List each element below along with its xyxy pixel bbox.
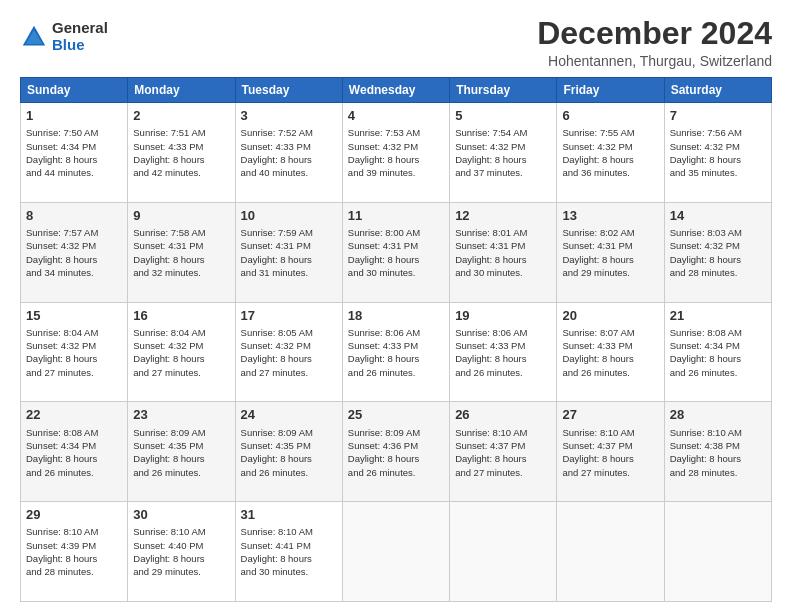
calendar-cell bbox=[450, 502, 557, 602]
day-detail: Sunset: 4:41 PM bbox=[241, 539, 337, 552]
day-detail: Sunrise: 7:55 AM bbox=[562, 126, 658, 139]
title-block: December 2024 Hohentannen, Thurgau, Swit… bbox=[537, 16, 772, 69]
day-number: 2 bbox=[133, 107, 229, 125]
calendar-week-row: 8Sunrise: 7:57 AMSunset: 4:32 PMDaylight… bbox=[21, 202, 772, 302]
calendar-cell: 6Sunrise: 7:55 AMSunset: 4:32 PMDaylight… bbox=[557, 103, 664, 203]
calendar-cell: 18Sunrise: 8:06 AMSunset: 4:33 PMDayligh… bbox=[342, 302, 449, 402]
day-detail: Daylight: 8 hours bbox=[26, 153, 122, 166]
day-number: 30 bbox=[133, 506, 229, 524]
day-detail: Sunrise: 8:08 AM bbox=[670, 326, 766, 339]
day-detail: Daylight: 8 hours bbox=[455, 153, 551, 166]
calendar-cell: 29Sunrise: 8:10 AMSunset: 4:39 PMDayligh… bbox=[21, 502, 128, 602]
day-detail: Sunrise: 8:04 AM bbox=[133, 326, 229, 339]
day-detail: and 26 minutes. bbox=[241, 466, 337, 479]
day-detail: Daylight: 8 hours bbox=[348, 352, 444, 365]
day-number: 9 bbox=[133, 207, 229, 225]
day-number: 21 bbox=[670, 307, 766, 325]
day-detail: and 29 minutes. bbox=[133, 565, 229, 578]
day-number: 29 bbox=[26, 506, 122, 524]
header: General Blue December 2024 Hohentannen, … bbox=[20, 16, 772, 69]
day-detail: Sunset: 4:35 PM bbox=[241, 439, 337, 452]
day-detail: Sunrise: 8:05 AM bbox=[241, 326, 337, 339]
day-detail: and 31 minutes. bbox=[241, 266, 337, 279]
day-detail: Sunrise: 8:08 AM bbox=[26, 426, 122, 439]
calendar-cell: 23Sunrise: 8:09 AMSunset: 4:35 PMDayligh… bbox=[128, 402, 235, 502]
day-detail: and 27 minutes. bbox=[133, 366, 229, 379]
day-detail: Daylight: 8 hours bbox=[348, 452, 444, 465]
subtitle: Hohentannen, Thurgau, Switzerland bbox=[537, 53, 772, 69]
calendar-cell: 17Sunrise: 8:05 AMSunset: 4:32 PMDayligh… bbox=[235, 302, 342, 402]
day-detail: Sunset: 4:35 PM bbox=[133, 439, 229, 452]
day-number: 26 bbox=[455, 406, 551, 424]
calendar-cell: 1Sunrise: 7:50 AMSunset: 4:34 PMDaylight… bbox=[21, 103, 128, 203]
day-detail: Daylight: 8 hours bbox=[670, 253, 766, 266]
day-detail: Sunrise: 8:02 AM bbox=[562, 226, 658, 239]
day-detail: and 26 minutes. bbox=[26, 466, 122, 479]
page: General Blue December 2024 Hohentannen, … bbox=[0, 0, 792, 612]
day-detail: and 30 minutes. bbox=[348, 266, 444, 279]
day-detail: Daylight: 8 hours bbox=[133, 452, 229, 465]
day-detail: Daylight: 8 hours bbox=[241, 452, 337, 465]
day-detail: Sunset: 4:33 PM bbox=[455, 339, 551, 352]
calendar-week-row: 15Sunrise: 8:04 AMSunset: 4:32 PMDayligh… bbox=[21, 302, 772, 402]
day-detail: Sunrise: 7:54 AM bbox=[455, 126, 551, 139]
day-detail: Sunrise: 7:52 AM bbox=[241, 126, 337, 139]
day-detail: Daylight: 8 hours bbox=[133, 352, 229, 365]
calendar-cell: 11Sunrise: 8:00 AMSunset: 4:31 PMDayligh… bbox=[342, 202, 449, 302]
day-detail: Daylight: 8 hours bbox=[562, 253, 658, 266]
logo-blue: Blue bbox=[52, 37, 108, 54]
calendar-cell: 30Sunrise: 8:10 AMSunset: 4:40 PMDayligh… bbox=[128, 502, 235, 602]
calendar-cell: 25Sunrise: 8:09 AMSunset: 4:36 PMDayligh… bbox=[342, 402, 449, 502]
day-number: 28 bbox=[670, 406, 766, 424]
day-number: 3 bbox=[241, 107, 337, 125]
calendar-table: SundayMondayTuesdayWednesdayThursdayFrid… bbox=[20, 77, 772, 602]
day-detail: Daylight: 8 hours bbox=[241, 352, 337, 365]
logo-icon bbox=[20, 23, 48, 51]
day-detail: and 28 minutes. bbox=[26, 565, 122, 578]
day-detail: Daylight: 8 hours bbox=[241, 253, 337, 266]
day-detail: Sunset: 4:31 PM bbox=[241, 239, 337, 252]
calendar-cell: 24Sunrise: 8:09 AMSunset: 4:35 PMDayligh… bbox=[235, 402, 342, 502]
day-detail: and 42 minutes. bbox=[133, 166, 229, 179]
day-detail: Daylight: 8 hours bbox=[562, 352, 658, 365]
day-detail: Sunset: 4:31 PM bbox=[455, 239, 551, 252]
calendar-cell bbox=[557, 502, 664, 602]
day-detail: Daylight: 8 hours bbox=[670, 153, 766, 166]
day-detail: and 28 minutes. bbox=[670, 466, 766, 479]
day-detail: and 26 minutes. bbox=[133, 466, 229, 479]
day-detail: Daylight: 8 hours bbox=[241, 153, 337, 166]
calendar-cell: 27Sunrise: 8:10 AMSunset: 4:37 PMDayligh… bbox=[557, 402, 664, 502]
main-title: December 2024 bbox=[537, 16, 772, 51]
day-number: 10 bbox=[241, 207, 337, 225]
day-detail: Sunrise: 8:10 AM bbox=[26, 525, 122, 538]
day-detail: and 27 minutes. bbox=[26, 366, 122, 379]
day-number: 20 bbox=[562, 307, 658, 325]
day-number: 1 bbox=[26, 107, 122, 125]
day-number: 13 bbox=[562, 207, 658, 225]
day-detail: Sunset: 4:32 PM bbox=[670, 239, 766, 252]
day-detail: and 30 minutes. bbox=[241, 565, 337, 578]
day-detail: Daylight: 8 hours bbox=[348, 153, 444, 166]
day-detail: and 37 minutes. bbox=[455, 166, 551, 179]
day-detail: and 26 minutes. bbox=[670, 366, 766, 379]
day-detail: Sunrise: 8:09 AM bbox=[348, 426, 444, 439]
day-number: 16 bbox=[133, 307, 229, 325]
day-detail: Daylight: 8 hours bbox=[455, 253, 551, 266]
day-detail: Sunrise: 8:10 AM bbox=[562, 426, 658, 439]
day-detail: and 36 minutes. bbox=[562, 166, 658, 179]
day-detail: Sunrise: 7:59 AM bbox=[241, 226, 337, 239]
day-detail: and 35 minutes. bbox=[670, 166, 766, 179]
day-detail: Sunset: 4:37 PM bbox=[455, 439, 551, 452]
day-number: 18 bbox=[348, 307, 444, 325]
day-detail: Daylight: 8 hours bbox=[670, 452, 766, 465]
calendar-cell: 28Sunrise: 8:10 AMSunset: 4:38 PMDayligh… bbox=[664, 402, 771, 502]
day-detail: Sunrise: 8:07 AM bbox=[562, 326, 658, 339]
calendar-cell: 20Sunrise: 8:07 AMSunset: 4:33 PMDayligh… bbox=[557, 302, 664, 402]
calendar-week-row: 1Sunrise: 7:50 AMSunset: 4:34 PMDaylight… bbox=[21, 103, 772, 203]
calendar-cell: 15Sunrise: 8:04 AMSunset: 4:32 PMDayligh… bbox=[21, 302, 128, 402]
day-detail: Sunset: 4:32 PM bbox=[562, 140, 658, 153]
calendar-body: 1Sunrise: 7:50 AMSunset: 4:34 PMDaylight… bbox=[21, 103, 772, 602]
header-cell-tuesday: Tuesday bbox=[235, 78, 342, 103]
day-detail: and 27 minutes. bbox=[241, 366, 337, 379]
day-number: 14 bbox=[670, 207, 766, 225]
